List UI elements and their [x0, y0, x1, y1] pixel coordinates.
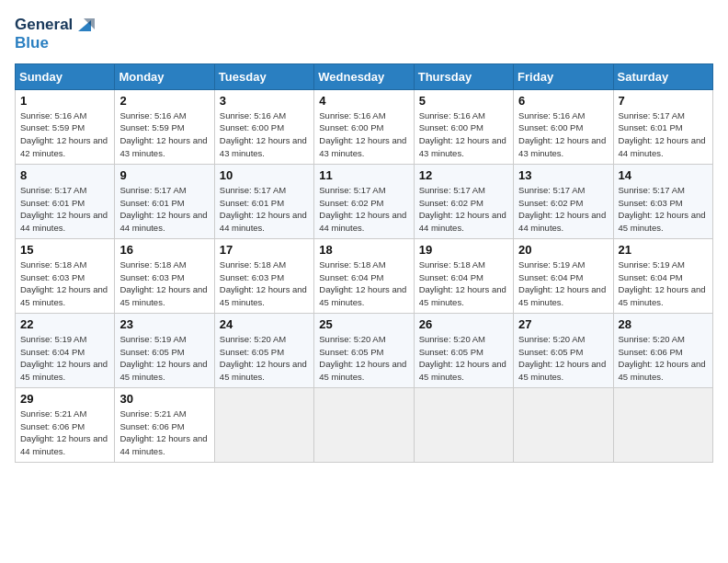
- day-info: Sunrise: 5:16 AMSunset: 6:00 PMDaylight:…: [220, 109, 309, 160]
- calendar-cell: [613, 387, 712, 462]
- day-number: 25: [319, 317, 408, 331]
- day-number: 19: [419, 243, 508, 257]
- weekday-header: Thursday: [414, 63, 513, 89]
- day-info: Sunrise: 5:19 AMSunset: 6:04 PMDaylight:…: [20, 333, 109, 384]
- day-number: 16: [119, 243, 209, 257]
- calendar-cell: 19 Sunrise: 5:18 AMSunset: 6:04 PMDaylig…: [414, 238, 513, 313]
- calendar-cell: 6 Sunrise: 5:16 AMSunset: 6:00 PMDayligh…: [514, 89, 613, 164]
- day-number: 23: [119, 317, 209, 331]
- calendar: SundayMondayTuesdayWednesdayThursdayFrid…: [15, 63, 713, 463]
- day-number: 18: [319, 243, 408, 257]
- day-info: Sunrise: 5:19 AMSunset: 6:04 PMDaylight:…: [518, 259, 608, 309]
- day-number: 3: [220, 94, 309, 108]
- day-number: 17: [220, 243, 309, 257]
- calendar-cell: 22 Sunrise: 5:19 AMSunset: 6:04 PMDaylig…: [16, 313, 115, 387]
- calendar-cell: [414, 387, 513, 462]
- day-number: 14: [619, 168, 708, 182]
- day-info: Sunrise: 5:20 AMSunset: 6:06 PMDaylight:…: [619, 333, 708, 384]
- calendar-cell: 26 Sunrise: 5:20 AMSunset: 6:05 PMDaylig…: [414, 313, 513, 387]
- day-number: 9: [119, 168, 209, 182]
- day-info: Sunrise: 5:17 AMSunset: 6:02 PMDaylight:…: [319, 184, 408, 235]
- day-info: Sunrise: 5:19 AMSunset: 6:04 PMDaylight:…: [619, 259, 708, 309]
- day-info: Sunrise: 5:17 AMSunset: 6:01 PMDaylight:…: [20, 184, 109, 235]
- day-info: Sunrise: 5:18 AMSunset: 6:03 PMDaylight:…: [119, 259, 209, 309]
- day-number: 10: [220, 168, 309, 182]
- day-info: Sunrise: 5:20 AMSunset: 6:05 PMDaylight:…: [518, 333, 608, 384]
- day-number: 24: [220, 317, 309, 331]
- day-number: 30: [119, 392, 209, 406]
- day-info: Sunrise: 5:21 AMSunset: 6:06 PMDaylight:…: [20, 408, 109, 458]
- day-info: Sunrise: 5:18 AMSunset: 6:03 PMDaylight:…: [20, 259, 109, 309]
- day-info: Sunrise: 5:16 AMSunset: 5:59 PMDaylight:…: [20, 109, 109, 160]
- calendar-cell: 9 Sunrise: 5:17 AMSunset: 6:01 PMDayligh…: [115, 164, 214, 238]
- calendar-cell: 27 Sunrise: 5:20 AMSunset: 6:05 PMDaylig…: [514, 313, 613, 387]
- day-info: Sunrise: 5:19 AMSunset: 6:05 PMDaylight:…: [119, 333, 209, 384]
- calendar-cell: 4 Sunrise: 5:16 AMSunset: 6:00 PMDayligh…: [314, 89, 414, 164]
- weekday-header: Wednesday: [314, 63, 414, 89]
- day-number: 1: [20, 94, 109, 108]
- calendar-cell: 30 Sunrise: 5:21 AMSunset: 6:06 PMDaylig…: [115, 387, 214, 462]
- day-number: 5: [419, 94, 508, 108]
- day-number: 4: [319, 94, 408, 108]
- calendar-week-row: 29 Sunrise: 5:21 AMSunset: 6:06 PMDaylig…: [16, 387, 713, 462]
- calendar-cell: 13 Sunrise: 5:17 AMSunset: 6:02 PMDaylig…: [514, 164, 613, 238]
- calendar-cell: 17 Sunrise: 5:18 AMSunset: 6:03 PMDaylig…: [214, 238, 313, 313]
- calendar-cell: 11 Sunrise: 5:17 AMSunset: 6:02 PMDaylig…: [314, 164, 414, 238]
- day-info: Sunrise: 5:16 AMSunset: 5:59 PMDaylight:…: [119, 109, 209, 160]
- day-info: Sunrise: 5:17 AMSunset: 6:01 PMDaylight:…: [619, 109, 708, 160]
- calendar-cell: 15 Sunrise: 5:18 AMSunset: 6:03 PMDaylig…: [16, 238, 115, 313]
- day-info: Sunrise: 5:18 AMSunset: 6:04 PMDaylight:…: [419, 259, 508, 309]
- day-info: Sunrise: 5:16 AMSunset: 6:00 PMDaylight:…: [319, 109, 408, 160]
- header: General Blue: [15, 15, 713, 52]
- day-info: Sunrise: 5:18 AMSunset: 6:03 PMDaylight:…: [220, 259, 309, 309]
- calendar-week-row: 15 Sunrise: 5:18 AMSunset: 6:03 PMDaylig…: [16, 238, 713, 313]
- calendar-cell: 18 Sunrise: 5:18 AMSunset: 6:04 PMDaylig…: [314, 238, 414, 313]
- calendar-week-row: 1 Sunrise: 5:16 AMSunset: 5:59 PMDayligh…: [16, 89, 713, 164]
- day-info: Sunrise: 5:20 AMSunset: 6:05 PMDaylight:…: [319, 333, 408, 384]
- day-number: 7: [619, 94, 708, 108]
- calendar-cell: 20 Sunrise: 5:19 AMSunset: 6:04 PMDaylig…: [514, 238, 613, 313]
- weekday-header: Friday: [514, 63, 613, 89]
- calendar-cell: 12 Sunrise: 5:17 AMSunset: 6:02 PMDaylig…: [414, 164, 513, 238]
- weekday-header: Tuesday: [214, 63, 313, 89]
- day-info: Sunrise: 5:17 AMSunset: 6:02 PMDaylight:…: [518, 184, 608, 235]
- calendar-body: 1 Sunrise: 5:16 AMSunset: 5:59 PMDayligh…: [16, 89, 713, 462]
- calendar-cell: 21 Sunrise: 5:19 AMSunset: 6:04 PMDaylig…: [613, 238, 712, 313]
- calendar-week-row: 8 Sunrise: 5:17 AMSunset: 6:01 PMDayligh…: [16, 164, 713, 238]
- calendar-week-row: 22 Sunrise: 5:19 AMSunset: 6:04 PMDaylig…: [16, 313, 713, 387]
- calendar-cell: 28 Sunrise: 5:20 AMSunset: 6:06 PMDaylig…: [613, 313, 712, 387]
- day-number: 28: [619, 317, 708, 331]
- calendar-cell: 24 Sunrise: 5:20 AMSunset: 6:05 PMDaylig…: [214, 313, 313, 387]
- day-info: Sunrise: 5:20 AMSunset: 6:05 PMDaylight:…: [220, 333, 309, 384]
- calendar-cell: 29 Sunrise: 5:21 AMSunset: 6:06 PMDaylig…: [16, 387, 115, 462]
- calendar-cell: 8 Sunrise: 5:17 AMSunset: 6:01 PMDayligh…: [16, 164, 115, 238]
- calendar-cell: 10 Sunrise: 5:17 AMSunset: 6:01 PMDaylig…: [214, 164, 313, 238]
- calendar-cell: 3 Sunrise: 5:16 AMSunset: 6:00 PMDayligh…: [214, 89, 313, 164]
- day-info: Sunrise: 5:20 AMSunset: 6:05 PMDaylight:…: [419, 333, 508, 384]
- calendar-cell: [214, 387, 313, 462]
- day-number: 21: [619, 243, 708, 257]
- weekday-header: Monday: [115, 63, 214, 89]
- day-number: 20: [518, 243, 608, 257]
- day-info: Sunrise: 5:18 AMSunset: 6:04 PMDaylight:…: [319, 259, 408, 309]
- day-number: 13: [518, 168, 608, 182]
- day-number: 6: [518, 94, 608, 108]
- day-number: 8: [20, 168, 109, 182]
- day-info: Sunrise: 5:17 AMSunset: 6:02 PMDaylight:…: [419, 184, 508, 235]
- calendar-header: SundayMondayTuesdayWednesdayThursdayFrid…: [16, 63, 713, 89]
- day-info: Sunrise: 5:17 AMSunset: 6:01 PMDaylight:…: [119, 184, 209, 235]
- day-number: 22: [20, 317, 109, 331]
- logo: General Blue: [15, 15, 95, 52]
- calendar-cell: 23 Sunrise: 5:19 AMSunset: 6:05 PMDaylig…: [115, 313, 214, 387]
- logo-triangle-icon: [74, 15, 95, 35]
- weekday-header: Saturday: [613, 63, 712, 89]
- calendar-cell: [314, 387, 414, 462]
- calendar-cell: [514, 387, 613, 462]
- day-number: 15: [20, 243, 109, 257]
- day-number: 12: [419, 168, 508, 182]
- day-info: Sunrise: 5:16 AMSunset: 6:00 PMDaylight:…: [419, 109, 508, 160]
- day-info: Sunrise: 5:17 AMSunset: 6:01 PMDaylight:…: [220, 184, 309, 235]
- weekday-header: Sunday: [16, 63, 115, 89]
- calendar-cell: 25 Sunrise: 5:20 AMSunset: 6:05 PMDaylig…: [314, 313, 414, 387]
- day-info: Sunrise: 5:16 AMSunset: 6:00 PMDaylight:…: [518, 109, 608, 160]
